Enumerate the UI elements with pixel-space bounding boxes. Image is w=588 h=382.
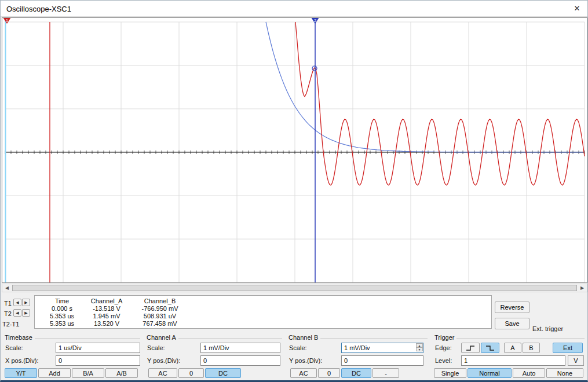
save-button[interactable]: Save xyxy=(495,318,529,329)
channel-b-ypos-field[interactable] xyxy=(341,355,423,366)
oscilloscope-window: Oscilloscope-XSC1 ✕ 12 ◀ ▶ T1 ◀ ▶ T2 ◀ ▶… xyxy=(0,0,588,382)
t2t1-label: T2-T1 xyxy=(2,321,19,328)
timebase-scale-field[interactable] xyxy=(56,343,140,353)
trigger-edge-label: Edge: xyxy=(435,344,452,351)
channel-a-ac-button[interactable]: AC xyxy=(148,368,177,378)
group-divider xyxy=(320,338,428,339)
scope-display: 12 xyxy=(2,17,587,283)
t2-label: T2 xyxy=(4,310,12,317)
t2-left-button[interactable]: ◀ xyxy=(13,309,21,317)
timebase-ba-button[interactable]: B/A xyxy=(72,368,104,378)
close-button[interactable]: ✕ xyxy=(567,1,587,17)
table-row: 0.000 s -13.518 V -766.950 mV xyxy=(42,305,491,313)
group-divider xyxy=(178,338,282,339)
group-divider xyxy=(35,338,140,339)
t2-right-button[interactable]: ▶ xyxy=(22,309,30,317)
trigger-single-button[interactable]: Single xyxy=(434,368,466,378)
close-icon: ✕ xyxy=(574,4,580,13)
channel-b-scale-spinner: ▲ ▼ xyxy=(416,343,423,351)
t1-label: T1 xyxy=(4,300,12,307)
trigger-normal-button[interactable]: Normal xyxy=(468,368,512,378)
rising-edge-button[interactable] xyxy=(461,343,480,353)
scope-plot: 12 xyxy=(2,17,587,283)
trigger-title: Trigger xyxy=(434,334,454,341)
ext-trigger-label: Ext. trigger xyxy=(532,325,563,332)
timebase-add-button[interactable]: Add xyxy=(38,368,71,378)
trigger-level-unit-select[interactable]: V xyxy=(568,355,584,366)
falling-edge-icon xyxy=(485,345,495,351)
channel-b-ac-button[interactable]: AC xyxy=(290,368,317,378)
cursor-1-number: 1 xyxy=(6,18,8,23)
timebase-yt-button[interactable]: Y/T xyxy=(5,368,37,378)
falling-edge-button[interactable] xyxy=(481,343,499,353)
channel-b-zero-button[interactable]: 0 xyxy=(318,368,340,378)
timebase-scale-label: Scale: xyxy=(5,344,23,351)
timebase-title: Timebase xyxy=(5,334,32,341)
spin-up-icon: ▲ xyxy=(418,344,421,347)
channel-b-dc-button[interactable]: DC xyxy=(341,368,371,378)
trigger-none-button[interactable]: None xyxy=(546,368,583,378)
channel-a-zero-button[interactable]: 0 xyxy=(178,368,204,378)
col-header-channel-b: Channel_B xyxy=(131,297,189,305)
channel-a-dc-button[interactable]: DC xyxy=(205,368,241,378)
col-header-channel-a: Channel_A xyxy=(82,297,131,305)
channel-b-group: Channel B Scale: ▲ ▼ Y pos.(Div): AC 0 D… xyxy=(286,334,430,380)
channel-a-scale-label: Scale: xyxy=(147,344,165,351)
timebase-xpos-field[interactable] xyxy=(56,355,140,366)
scroll-right-button[interactable]: ▶ xyxy=(578,284,587,292)
t1-right-icon: ▶ xyxy=(24,300,27,304)
scroll-left-button[interactable]: ◀ xyxy=(2,284,12,292)
trigger-level-field[interactable] xyxy=(461,355,565,366)
channel-b-scale-field[interactable] xyxy=(341,343,423,353)
t1-left-icon: ◀ xyxy=(16,300,19,304)
t2t1-time: 5.353 us xyxy=(42,320,82,328)
cursor-2-number: 2 xyxy=(314,18,316,23)
t2-right-icon: ▶ xyxy=(24,311,27,315)
table-row: 5.353 us 13.520 V 767.458 mV xyxy=(42,320,491,328)
trigger-group: Trigger Edge: A B Ext Level: V Single No… xyxy=(432,334,587,380)
horizontal-scrollbar[interactable]: ◀ ▶ xyxy=(2,284,587,292)
timebase-ab-button[interactable]: A/B xyxy=(105,368,138,378)
channel-b-title: Channel B xyxy=(288,334,318,341)
scroll-right-icon: ▶ xyxy=(580,285,584,291)
table-row: 5.353 us 1.945 mV 508.931 uV xyxy=(42,313,491,320)
table-header-row: Time Channel_A Channel_B xyxy=(42,297,491,305)
trigger-source-a-button[interactable]: A xyxy=(504,343,521,353)
trigger-auto-button[interactable]: Auto xyxy=(513,368,545,378)
t2t1-channel-a: 13.520 V xyxy=(82,320,131,328)
channel-a-title: Channel A xyxy=(147,334,176,341)
trigger-source-ext-button[interactable]: Ext xyxy=(553,343,583,353)
rising-edge-icon xyxy=(466,345,475,351)
t1-time: 0.000 s xyxy=(42,305,82,313)
spin-down-icon: ▼ xyxy=(418,348,421,351)
title-bar: Oscilloscope-XSC1 ✕ xyxy=(1,1,587,17)
cursor-readout-table: Time Channel_A Channel_B 0.000 s -13.518… xyxy=(34,295,492,329)
t1-channel-a: -13.518 V xyxy=(82,305,131,313)
channel-b-scale-field-wrap: ▲ ▼ xyxy=(341,343,423,353)
readout-panel: T1 ◀ ▶ T2 ◀ ▶ T2-T1 Time Channel_A Chann… xyxy=(1,293,588,333)
t2-channel-a: 1.945 mV xyxy=(82,313,131,320)
channel-b-ypos-label: Y pos.(Div): xyxy=(289,357,322,364)
t2-channel-b: 508.931 uV xyxy=(131,313,189,320)
t1-left-button[interactable]: ◀ xyxy=(13,299,21,306)
trigger-level-label: Level: xyxy=(435,357,452,364)
channel-b-invert-button[interactable]: - xyxy=(372,368,399,378)
scrollbar-thumb[interactable] xyxy=(12,285,577,291)
channel-a-group: Channel A Scale: Y pos.(Div): AC 0 DC xyxy=(144,334,284,380)
spin-up-button[interactable]: ▲ xyxy=(416,343,423,347)
scroll-left-icon: ◀ xyxy=(5,285,9,291)
channel-a-ypos-field[interactable] xyxy=(200,355,280,366)
t1-right-button[interactable]: ▶ xyxy=(22,299,30,306)
channel-a-scale-field[interactable] xyxy=(200,343,280,353)
channel-a-ypos-label: Y pos.(Div): xyxy=(147,357,180,364)
t2-time: 5.353 us xyxy=(42,313,82,320)
t2-left-icon: ◀ xyxy=(16,311,19,315)
timebase-xpos-label: X pos.(Div): xyxy=(5,357,38,364)
spin-down-button[interactable]: ▼ xyxy=(416,347,423,351)
trigger-source-b-button[interactable]: B xyxy=(523,343,540,353)
timebase-group: Timebase Scale: X pos.(Div): Y/T Add B/A… xyxy=(2,334,143,380)
channel-b-trace xyxy=(266,22,583,152)
col-header-time: Time xyxy=(42,297,82,305)
reverse-button[interactable]: Reverse xyxy=(495,302,529,313)
window-title: Oscilloscope-XSC1 xyxy=(6,5,71,13)
